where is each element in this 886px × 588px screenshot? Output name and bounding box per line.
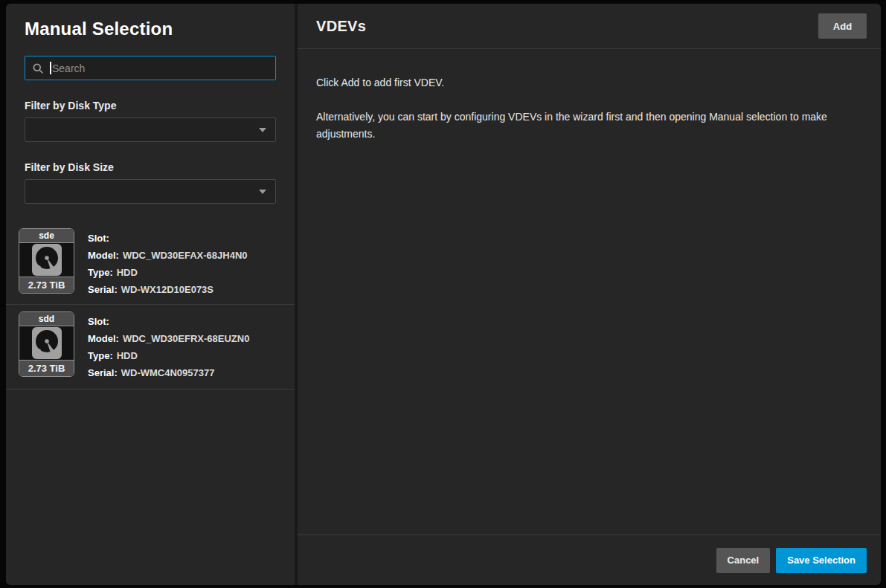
serial-value: WD-WX12D10E073S bbox=[121, 284, 214, 295]
disk-list: sde 2.73 TiB Slot: Model:WDC_ bbox=[6, 222, 295, 390]
model-label: Model: bbox=[88, 250, 119, 261]
disk-row[interactable]: sde 2.73 TiB Slot: Model:WDC_ bbox=[6, 222, 295, 305]
hdd-icon bbox=[31, 243, 62, 277]
slot-label: Slot: bbox=[88, 233, 109, 244]
model-value: WDC_WD30EFAX-68JH4N0 bbox=[123, 250, 248, 261]
disk-selection-panel: Manual Selection Filter by Disk Type Fil… bbox=[6, 4, 298, 585]
empty-state-text: Click Add to add first VDEV. bbox=[316, 74, 863, 91]
disk-details: Slot: Model:WDC_WD30EFAX-68JH4N0 Type:HD… bbox=[88, 228, 248, 298]
disk-name-label: sdd bbox=[19, 312, 74, 326]
type-value: HDD bbox=[117, 267, 138, 278]
search-input[interactable] bbox=[52, 62, 268, 74]
vdevs-header: VDEVs Add bbox=[298, 4, 881, 49]
vdevs-panel: VDEVs Add Click Add to add first VDEV. A… bbox=[298, 4, 881, 585]
type-label: Type: bbox=[88, 267, 113, 278]
vdevs-title: VDEVs bbox=[316, 18, 818, 35]
disk-icon: sdd 2.73 TiB bbox=[19, 311, 74, 377]
page-title: Manual Selection bbox=[18, 19, 283, 39]
hdd-icon bbox=[31, 326, 62, 360]
search-icon bbox=[33, 63, 43, 74]
disk-type-filter-label: Filter by Disk Type bbox=[25, 100, 276, 112]
dialog-footer: Cancel Save Selection bbox=[298, 534, 881, 585]
add-vdev-button[interactable]: Add bbox=[818, 13, 867, 39]
disk-row[interactable]: sdd 2.73 TiB Slot: Model:WDC_ bbox=[6, 305, 295, 390]
disk-size-filter-select[interactable] bbox=[25, 179, 276, 204]
slot-label: Slot: bbox=[88, 316, 109, 327]
disk-type-filter-select[interactable] bbox=[25, 117, 276, 142]
model-label: Model: bbox=[88, 333, 119, 344]
model-value: WDC_WD30EFRX-68EUZN0 bbox=[123, 333, 249, 344]
disk-size-label: 2.73 TiB bbox=[19, 360, 74, 376]
disk-size-label: 2.73 TiB bbox=[19, 277, 74, 293]
cancel-button[interactable]: Cancel bbox=[716, 548, 771, 573]
search-box[interactable] bbox=[25, 56, 276, 80]
serial-value: WD-WMC4N0957377 bbox=[121, 367, 215, 378]
disk-icon: sde 2.73 TiB bbox=[19, 228, 74, 294]
serial-label: Serial: bbox=[88, 367, 118, 378]
save-selection-button[interactable]: Save Selection bbox=[776, 548, 867, 573]
disk-details: Slot: Model:WDC_WD30EFRX-68EUZN0 Type:HD… bbox=[88, 311, 249, 381]
serial-label: Serial: bbox=[88, 284, 118, 295]
chevron-down-icon bbox=[259, 128, 266, 132]
text-cursor bbox=[50, 62, 51, 74]
disk-name-label: sde bbox=[19, 229, 74, 243]
chevron-down-icon bbox=[259, 190, 266, 194]
vdevs-content: Click Add to add first VDEV. Alternative… bbox=[298, 49, 881, 534]
type-value: HDD bbox=[117, 350, 138, 361]
disk-size-filter-label: Filter by Disk Size bbox=[25, 161, 276, 173]
type-label: Type: bbox=[88, 350, 113, 361]
hint-text: Alternatively, you can start by configur… bbox=[316, 109, 829, 143]
manual-selection-dialog: Manual Selection Filter by Disk Type Fil… bbox=[6, 4, 881, 585]
